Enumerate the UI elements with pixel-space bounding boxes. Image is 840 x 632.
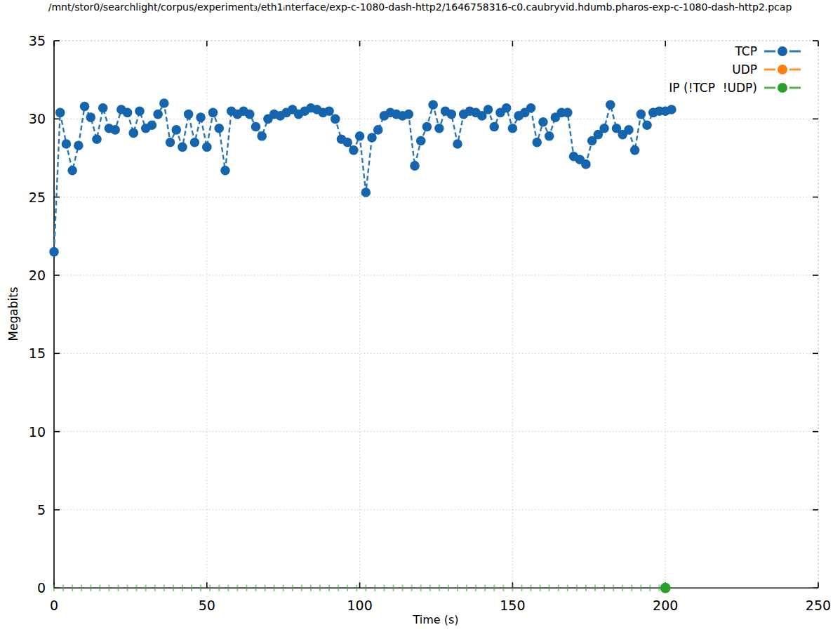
data-point	[422, 122, 432, 132]
data-point	[361, 187, 371, 197]
legend-marker	[778, 83, 787, 93]
data-point	[599, 124, 609, 133]
x-axis-label: Time (s)	[413, 613, 458, 626]
data-point	[630, 145, 640, 155]
data-point	[110, 125, 120, 135]
data-point	[331, 114, 340, 124]
data-point	[67, 166, 77, 176]
data-point	[434, 124, 444, 133]
x-tick-label: 200	[641, 598, 690, 613]
data-point	[147, 120, 157, 130]
data-point	[545, 131, 554, 141]
data-point	[624, 125, 634, 135]
data-point	[538, 117, 548, 127]
chart: /mnt/stor0/searchlight/corpus/experiment…	[0, 0, 840, 632]
data-point	[367, 133, 377, 143]
data-point	[404, 110, 413, 119]
legend-entry-ip: IP (!TCP !UDP)	[669, 79, 801, 97]
legend-sample-udp	[764, 63, 801, 76]
data-point	[453, 139, 462, 149]
legend-entry-udp: UDP	[732, 60, 801, 79]
legend-label-ip: IP (!TCP !UDP)	[669, 79, 757, 97]
data-point	[62, 139, 72, 149]
legend-marker	[778, 46, 787, 56]
data-point	[251, 122, 261, 132]
data-point	[257, 131, 267, 141]
data-point-end	[660, 583, 671, 593]
data-point	[416, 136, 426, 146]
data-point	[86, 112, 95, 122]
data-point	[220, 166, 230, 176]
data-point	[489, 122, 499, 132]
data-point	[606, 100, 615, 110]
data-point	[196, 112, 206, 122]
data-point	[446, 110, 456, 119]
data-point	[563, 108, 573, 118]
x-tick-label: 100	[335, 598, 385, 613]
y-tick-label: 5	[2, 502, 46, 518]
data-point	[245, 110, 255, 119]
y-tick-label: 35	[2, 33, 46, 48]
legend-marker	[778, 65, 787, 74]
data-point	[324, 106, 334, 116]
y-axis-label: Megabits	[6, 287, 20, 341]
x-tick-label: 0	[29, 598, 79, 613]
y-tick-label: 0	[2, 580, 46, 595]
x-tick-label: 50	[182, 598, 232, 613]
data-point	[128, 129, 138, 138]
data-point	[171, 125, 181, 135]
data-point	[214, 124, 224, 133]
data-point	[642, 120, 652, 130]
data-point	[80, 102, 90, 112]
y-tick-label: 15	[2, 345, 46, 361]
y-tick-label: 25	[2, 190, 46, 205]
data-point	[123, 108, 133, 118]
data-point	[135, 106, 145, 116]
data-point	[373, 125, 383, 135]
data-point	[74, 140, 84, 150]
legend-label-tcp: TCP	[735, 42, 757, 60]
data-point	[202, 143, 212, 152]
data-point	[502, 103, 512, 113]
data-point	[49, 247, 59, 257]
legend: TCP UDP IP (!TCP !UDP)	[669, 42, 801, 97]
data-point	[428, 100, 438, 110]
data-point	[184, 110, 194, 119]
data-point	[92, 134, 102, 144]
data-point	[159, 98, 169, 108]
legend-entry-tcp: TCP	[735, 42, 801, 60]
data-point	[484, 105, 493, 114]
data-point	[153, 110, 163, 119]
data-point	[581, 159, 591, 169]
data-point	[355, 131, 365, 141]
data-point	[166, 138, 175, 147]
data-point	[636, 110, 646, 119]
data-point	[178, 143, 187, 152]
data-point	[526, 103, 536, 113]
data-point	[410, 161, 420, 171]
x-tick-label: 250	[794, 598, 840, 613]
x-tick-label: 150	[488, 598, 537, 613]
data-point	[55, 108, 65, 118]
y-tick-label: 20	[2, 268, 46, 283]
y-tick-label: 10	[2, 424, 46, 440]
data-point	[349, 145, 359, 155]
legend-sample-ip	[764, 81, 801, 94]
data-point	[208, 108, 218, 118]
legend-label-udp: UDP	[732, 60, 757, 79]
data-point	[190, 138, 200, 147]
data-point	[342, 138, 352, 147]
y-tick-label: 30	[2, 111, 46, 126]
data-point	[98, 103, 108, 113]
data-point	[508, 124, 518, 133]
legend-sample-tcp	[764, 45, 801, 58]
chart-title: /mnt/stor0/searchlight/corpus/experiment…	[48, 1, 792, 13]
data-point	[532, 138, 542, 147]
data-point	[667, 105, 676, 114]
